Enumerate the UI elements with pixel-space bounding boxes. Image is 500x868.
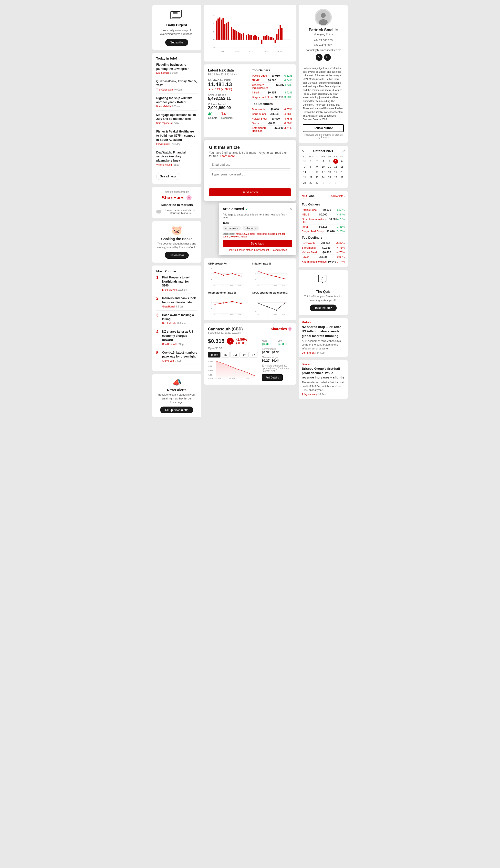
market-gainers: Top Gainers Pacific Edge $0.030 6.52% NZ… [302, 202, 345, 264]
remove-tag-inflation[interactable]: × [255, 227, 257, 230]
send-article-button[interactable]: Send article [209, 188, 291, 196]
cal-day[interactable]: 23 [315, 175, 320, 180]
cal-day[interactable]: 2 [327, 180, 332, 185]
tab-1m[interactable]: 1M [230, 352, 239, 358]
cal-day[interactable]: 22 [308, 175, 313, 180]
week52-label: 52-week range [262, 356, 292, 359]
article-title[interactable]: NZ shares drop 1.2% after US inflation s… [302, 325, 345, 338]
daily-digest-card: Daily Digest Your daily news wrap of eve… [152, 5, 201, 50]
svg-text:2023: 2023 [257, 314, 260, 315]
popular-headline[interactable]: NZ shares falter as US economy charges f… [162, 330, 197, 342]
email-alerts-toggle[interactable] [156, 210, 161, 213]
svg-text:2000: 2000 [249, 50, 253, 53]
unemployment-title: Unemployment rate % [208, 291, 248, 294]
svg-text:2014: 2014 [265, 314, 268, 315]
cal-day[interactable]: 28 [302, 180, 307, 185]
cal-day[interactable]: 6 [339, 159, 344, 164]
find-saved-link[interactable]: Find your saved stories in My Account > … [228, 249, 287, 251]
low-label: Low [278, 339, 292, 342]
cal-day[interactable]: 26 [333, 175, 338, 180]
full-details-button[interactable]: Full Details [262, 374, 283, 381]
cal-day[interactable]: 19 [333, 170, 338, 174]
brief-headline[interactable]: Fledgling business is painting the town … [156, 63, 197, 71]
brief-headline[interactable]: DealWatch: Financial services keep key p… [156, 151, 197, 163]
subscribe-button[interactable]: Subscribe [165, 39, 188, 46]
svg-text:0.335: 0.335 [208, 361, 213, 363]
company-name: Cannasouth (CBD) [208, 327, 243, 332]
cal-day-today[interactable]: 5 [333, 159, 338, 164]
cal-day[interactable]: 12 [333, 164, 338, 169]
twitter-icon[interactable]: 𝕏 [316, 54, 322, 61]
mover-row: Pacific Edge $0.030 6.52% [252, 73, 292, 78]
tab-1y[interactable]: 1Y [240, 352, 249, 358]
listen-now-button[interactable]: Listen now [165, 252, 189, 259]
cal-day[interactable]: 4 [327, 159, 332, 164]
cal-day[interactable]: 11 [327, 164, 332, 169]
article-meta: Riley Kennedy 14 Sep [302, 393, 345, 396]
mover-row: Infratil $0.315 3.41% [252, 90, 292, 95]
svg-point-113 [284, 302, 285, 303]
popular-headline[interactable]: Kiwi Property to sell Northlands mall fo… [162, 276, 197, 288]
message-textarea[interactable] [209, 171, 291, 185]
see-all-news-button[interactable]: See all news [156, 173, 180, 180]
cal-day[interactable]: 14 [302, 170, 307, 174]
svg-rect-45 [271, 37, 272, 39]
cal-day[interactable]: 10 [321, 164, 326, 169]
svg-rect-37 [256, 36, 257, 40]
svg-rect-29 [241, 34, 242, 40]
brief-headline[interactable]: Mortgage applications fell in July and s… [156, 113, 197, 121]
cal-day[interactable]: 4 [339, 180, 344, 185]
svg-point-97 [223, 302, 224, 303]
cal-day[interactable]: 18 [327, 170, 332, 174]
cal-day[interactable]: 31 [302, 159, 307, 164]
popular-headline[interactable]: Bach owners making a killing [162, 313, 197, 321]
svg-rect-15 [216, 21, 217, 39]
cal-day[interactable]: 27 [339, 175, 344, 180]
cal-day[interactable]: 3 [333, 180, 338, 185]
cal-day[interactable]: 24 [321, 175, 326, 180]
cal-day[interactable]: 30 [315, 180, 320, 185]
tab-nzx[interactable]: NZX [302, 194, 307, 198]
calendar-prev-button[interactable]: < [302, 149, 304, 153]
follow-author-button[interactable]: Follow author [303, 124, 344, 132]
cal-day[interactable]: 17 [321, 170, 326, 174]
popular-headline[interactable]: Covid-19: latest numbers pave way for gr… [162, 351, 197, 359]
cal-day[interactable]: 25 [327, 175, 332, 180]
tab-today[interactable]: Today [208, 352, 220, 358]
cal-day[interactable]: 15 [308, 170, 313, 174]
index-value: 11,481.13 [208, 81, 248, 88]
cal-day[interactable]: 7 [302, 164, 307, 169]
email-article-input[interactable] [209, 161, 291, 169]
svg-rect-49 [280, 25, 281, 40]
close-popup-button[interactable]: × [290, 207, 292, 211]
cal-day[interactable]: 8 [308, 164, 313, 169]
cal-day[interactable]: 16 [315, 170, 320, 174]
market-widget-card: NZX ASX All markets › Top Gainers Pacifi… [299, 191, 348, 267]
brief-headline[interactable]: QuiznessDesk, Friday, Sep 5, 2022 [156, 79, 197, 88]
tab-asx[interactable]: ASX [309, 194, 315, 198]
cal-day[interactable]: 3 [321, 159, 326, 164]
article-title[interactable]: Briscoe Group's first-half profit declin… [302, 367, 345, 380]
cal-day[interactable]: 9 [315, 164, 320, 169]
cal-day[interactable]: 13 [339, 164, 344, 169]
setup-alerts-button[interactable]: Setup news alerts [160, 407, 193, 413]
popular-headline[interactable]: Insurers and banks look for more climate… [162, 296, 197, 304]
cal-day[interactable]: 1 [308, 159, 313, 164]
tab-5d[interactable]: 5D [221, 352, 230, 358]
cal-day[interactable]: 21 [302, 175, 307, 180]
tab-5y[interactable]: 5Y [249, 352, 258, 358]
save-tags-button[interactable]: Save tags [223, 240, 292, 247]
linkedin-icon[interactable]: in [324, 54, 331, 61]
cal-day[interactable]: 1 [321, 180, 326, 185]
brief-headline[interactable]: Fisher & Paykel Healthcare to build new … [156, 130, 197, 142]
svg-text:2: 2 [255, 278, 256, 280]
take-quiz-button[interactable]: Take the quiz [310, 304, 337, 311]
brief-headline[interactable]: Righting the ship will take another year… [156, 96, 197, 104]
cal-day[interactable]: 20 [339, 170, 344, 174]
cal-day[interactable]: 2 [315, 159, 320, 164]
cal-day[interactable]: 29 [308, 180, 313, 185]
calendar-next-button[interactable]: > [342, 149, 345, 153]
learn-more-link[interactable]: Learn more [220, 154, 235, 158]
remove-tag-economy[interactable]: × [237, 227, 239, 230]
news-article-finance: Finance Briscoe Group's first-half profi… [299, 360, 348, 399]
